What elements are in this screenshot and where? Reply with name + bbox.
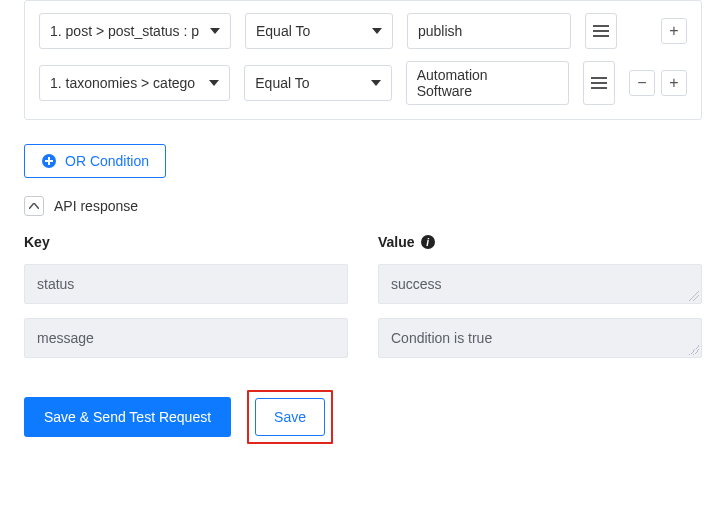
api-value-input[interactable]: success xyxy=(378,264,702,304)
save-send-test-button[interactable]: Save & Send Test Request xyxy=(24,397,231,437)
condition-value-text: publish xyxy=(418,23,462,39)
api-response-label: API response xyxy=(54,198,138,214)
plus-circle-icon xyxy=(41,153,57,169)
save-button[interactable]: Save xyxy=(255,398,325,436)
plus-icon: + xyxy=(669,23,678,39)
column-header-value: Value i xyxy=(378,234,702,250)
api-key-input[interactable]: message xyxy=(24,318,348,358)
resize-grip-icon[interactable] xyxy=(689,345,699,355)
condition-row: 1. post > post_status : p Equal To publi… xyxy=(39,13,687,49)
chevron-down-icon xyxy=(209,80,219,86)
condition-field-text: 1. taxonomies > catego xyxy=(50,75,195,91)
or-condition-label: OR Condition xyxy=(65,153,149,169)
condition-operator-text: Equal To xyxy=(256,23,310,39)
remove-condition-button[interactable]: − xyxy=(629,70,655,96)
save-button-highlight: Save xyxy=(247,390,333,444)
or-condition-button[interactable]: OR Condition xyxy=(24,144,166,178)
chevron-up-icon xyxy=(24,196,44,216)
chevron-down-icon xyxy=(372,28,382,34)
add-condition-button[interactable]: + xyxy=(661,18,687,44)
footer-actions: Save & Send Test Request Save xyxy=(24,390,702,444)
info-icon[interactable]: i xyxy=(421,235,435,249)
api-value-text: success xyxy=(391,276,442,292)
add-condition-button[interactable]: + xyxy=(661,70,687,96)
column-header-key: Key xyxy=(24,234,348,250)
condition-operator-select[interactable]: Equal To xyxy=(244,65,391,101)
condition-field-select[interactable]: 1. taxonomies > catego xyxy=(39,65,230,101)
api-response-grid: Key Value i status success message Condi… xyxy=(24,234,702,358)
condition-row-buttons: − + xyxy=(629,70,687,96)
plus-icon: + xyxy=(669,75,678,91)
condition-value-input[interactable]: publish xyxy=(407,13,571,49)
condition-value-text: Automation xyxy=(417,67,488,83)
column-header-key-text: Key xyxy=(24,234,50,250)
column-header-value-text: Value xyxy=(378,234,415,250)
drag-handle-icon[interactable] xyxy=(585,13,617,49)
chevron-down-icon xyxy=(210,28,220,34)
condition-value-text: Software xyxy=(417,83,472,99)
condition-row: 1. taxonomies > catego Equal To Automati… xyxy=(39,61,687,105)
condition-operator-text: Equal To xyxy=(255,75,309,91)
api-response-toggle[interactable]: API response xyxy=(24,196,702,216)
drag-handle-icon[interactable] xyxy=(583,61,615,105)
resize-grip-icon[interactable] xyxy=(689,291,699,301)
condition-row-buttons: + xyxy=(661,18,687,44)
api-key-text: message xyxy=(37,330,94,346)
api-value-text: Condition is true xyxy=(391,330,492,346)
condition-operator-select[interactable]: Equal To xyxy=(245,13,393,49)
api-value-input[interactable]: Condition is true xyxy=(378,318,702,358)
conditions-card: 1. post > post_status : p Equal To publi… xyxy=(24,0,702,120)
condition-value-input[interactable]: Automation Software xyxy=(406,61,569,105)
condition-field-select[interactable]: 1. post > post_status : p xyxy=(39,13,231,49)
chevron-down-icon xyxy=(371,80,381,86)
minus-icon: − xyxy=(637,75,646,91)
api-key-input[interactable]: status xyxy=(24,264,348,304)
api-key-text: status xyxy=(37,276,74,292)
condition-field-text: 1. post > post_status : p xyxy=(50,23,199,39)
